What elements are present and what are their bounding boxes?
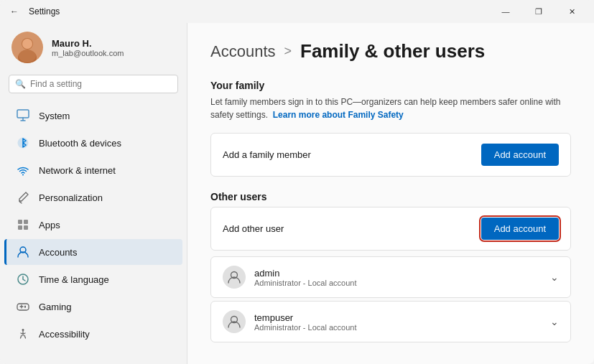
search-icon: 🔍 bbox=[15, 79, 26, 89]
add-other-user-button[interactable]: Add account bbox=[481, 218, 559, 240]
sidebar-item-personalization-label: Personalization bbox=[39, 192, 103, 203]
title-bar-left: ← Settings bbox=[6, 3, 60, 20]
other-users-section: Other users Add other user Add account a… bbox=[210, 191, 571, 342]
add-other-user-label: Add other user bbox=[223, 223, 284, 234]
content-area: Mauro H. m_lab@outlook.com 🔍 System Bl bbox=[0, 23, 594, 364]
svg-point-4 bbox=[19, 50, 36, 62]
monitor-icon bbox=[16, 108, 30, 123]
breadcrumb-current: Family & other users bbox=[300, 40, 485, 62]
user-card-tempuser: tempuser Administrator - Local account ⌄ bbox=[210, 301, 571, 342]
user-details-tempuser: tempuser Administrator - Local account bbox=[254, 312, 542, 332]
sidebar-item-bluetooth-label: Bluetooth & devices bbox=[39, 138, 121, 149]
sidebar-item-bluetooth[interactable]: Bluetooth & devices bbox=[4, 130, 182, 156]
page-header: Accounts > Family & other users bbox=[210, 40, 571, 62]
clock-icon bbox=[16, 272, 30, 286]
brush-icon bbox=[16, 190, 30, 205]
sidebar-item-accessibility[interactable]: Accessibility bbox=[4, 321, 182, 347]
svg-rect-10 bbox=[18, 225, 22, 230]
svg-point-15 bbox=[22, 329, 24, 331]
sidebar-item-accounts[interactable]: Accounts bbox=[4, 239, 182, 265]
your-family-title: Your family bbox=[210, 80, 571, 91]
user-avatar-tempuser bbox=[223, 310, 246, 333]
close-button[interactable]: ✕ bbox=[555, 0, 588, 23]
add-family-label: Add a family member bbox=[223, 149, 311, 160]
maximize-button[interactable]: ❐ bbox=[522, 0, 555, 23]
accessibility-icon bbox=[16, 327, 30, 341]
sidebar-item-network[interactable]: Network & internet bbox=[4, 157, 182, 183]
wifi-icon bbox=[16, 163, 30, 177]
your-family-desc: Let family members sign in to this PC—or… bbox=[210, 95, 571, 121]
user-info: Mauro H. m_lab@outlook.com bbox=[52, 38, 124, 57]
user-details-admin: admin Administrator - Local account bbox=[254, 268, 542, 287]
user-email: m_lab@outlook.com bbox=[52, 49, 124, 57]
sidebar-item-network-label: Network & internet bbox=[39, 165, 116, 176]
sidebar-item-time[interactable]: Time & language bbox=[4, 266, 182, 292]
sidebar: Mauro H. m_lab@outlook.com 🔍 System Bl bbox=[0, 23, 187, 364]
window-controls: — ❐ ✕ bbox=[489, 0, 588, 23]
back-button[interactable]: ← bbox=[6, 3, 23, 20]
sidebar-item-gaming[interactable]: Gaming bbox=[4, 294, 182, 319]
add-other-user-card: Add other user Add account bbox=[210, 207, 571, 251]
sidebar-item-accessibility-label: Accessibility bbox=[39, 329, 90, 340]
sidebar-item-time-label: Time & language bbox=[39, 274, 109, 285]
user-name: Mauro H. bbox=[52, 38, 124, 49]
family-safety-link[interactable]: Learn more about Family Safety bbox=[273, 110, 404, 120]
avatar bbox=[11, 32, 43, 63]
sidebar-item-personalization[interactable]: Personalization bbox=[4, 185, 182, 210]
your-family-section: Your family Let family members sign in t… bbox=[210, 80, 571, 177]
user-avatar-admin bbox=[223, 266, 246, 289]
search-input[interactable] bbox=[30, 79, 172, 89]
other-users-title: Other users bbox=[210, 191, 571, 202]
svg-point-3 bbox=[22, 39, 32, 49]
svg-rect-11 bbox=[24, 225, 28, 230]
svg-rect-8 bbox=[18, 220, 22, 224]
user-name-tempuser: tempuser bbox=[254, 312, 542, 323]
apps-icon bbox=[16, 218, 30, 232]
title-bar: ← Settings — ❐ ✕ bbox=[0, 0, 594, 23]
bluetooth-icon bbox=[16, 136, 30, 150]
user-type-admin: Administrator - Local account bbox=[254, 279, 542, 287]
user-type-tempuser: Administrator - Local account bbox=[254, 323, 542, 332]
sidebar-item-system[interactable]: System bbox=[4, 103, 182, 129]
main-content: Accounts > Family & other users Your fam… bbox=[187, 23, 594, 364]
breadcrumb-separator: > bbox=[284, 44, 292, 59]
sidebar-item-system-label: System bbox=[39, 111, 70, 121]
chevron-down-icon-admin[interactable]: ⌄ bbox=[550, 271, 559, 283]
person-icon bbox=[16, 245, 30, 259]
add-family-row: Add a family member Add account bbox=[211, 134, 570, 176]
breadcrumb-accounts: Accounts bbox=[210, 42, 276, 61]
add-other-user-row: Add other user Add account bbox=[211, 207, 570, 250]
user-card-admin: admin Administrator - Local account ⌄ bbox=[210, 256, 571, 298]
minimize-button[interactable]: — bbox=[489, 0, 522, 23]
sidebar-item-gaming-label: Gaming bbox=[39, 302, 72, 312]
user-row-admin: admin Administrator - Local account ⌄ bbox=[211, 257, 570, 297]
gaming-icon bbox=[16, 299, 30, 314]
user-profile: Mauro H. m_lab@outlook.com bbox=[0, 23, 187, 75]
user-name-admin: admin bbox=[254, 268, 542, 279]
sidebar-item-apps[interactable]: Apps bbox=[4, 212, 182, 238]
window-title: Settings bbox=[29, 6, 60, 17]
svg-rect-9 bbox=[24, 220, 28, 224]
user-row-tempuser: tempuser Administrator - Local account ⌄ bbox=[211, 302, 570, 342]
sidebar-item-apps-label: Apps bbox=[39, 220, 60, 230]
svg-point-7 bbox=[22, 174, 24, 176]
sidebar-item-accounts-label: Accounts bbox=[39, 247, 77, 258]
svg-rect-5 bbox=[17, 110, 29, 118]
chevron-down-icon-tempuser[interactable]: ⌄ bbox=[550, 316, 559, 327]
add-family-button[interactable]: Add account bbox=[481, 144, 559, 166]
search-box[interactable]: 🔍 bbox=[9, 75, 178, 93]
settings-window: ← Settings — ❐ ✕ bbox=[0, 0, 594, 364]
add-family-card: Add a family member Add account bbox=[210, 133, 571, 177]
